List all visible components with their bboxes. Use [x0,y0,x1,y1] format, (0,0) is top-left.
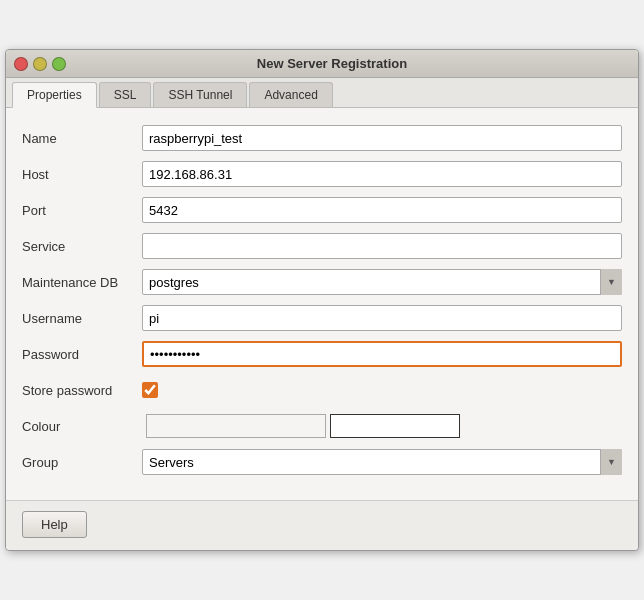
host-row: Host [22,160,622,188]
port-row: Port [22,196,622,224]
host-field-wrapper [142,161,622,187]
service-input[interactable] [142,233,622,259]
username-field-wrapper [142,305,622,331]
password-row: Password [22,340,622,368]
form-content: Name Host Port Service [6,108,638,500]
maximize-button[interactable] [52,57,66,71]
service-row: Service [22,232,622,260]
password-input[interactable] [142,341,622,367]
port-input[interactable] [142,197,622,223]
help-button[interactable]: Help [22,511,87,538]
port-label: Port [22,203,142,218]
name-field-wrapper [142,125,622,151]
maintenance-db-select[interactable]: postgres [142,269,622,295]
host-label: Host [22,167,142,182]
window-controls [14,57,66,71]
colour-label: Colour [22,419,142,434]
username-label: Username [22,311,142,326]
store-password-row: Store password [22,376,622,404]
name-input[interactable] [142,125,622,151]
button-bar: Help [6,500,638,550]
maintenance-db-row: Maintenance DB postgres [22,268,622,296]
colour-field-wrapper [142,414,622,438]
group-select-wrapper: Servers [142,449,622,475]
password-label: Password [22,347,142,362]
group-select[interactable]: Servers [142,449,622,475]
maintenance-db-label: Maintenance DB [22,275,142,290]
colour-row: Colour [22,412,622,440]
close-button[interactable] [14,57,28,71]
username-row: Username [22,304,622,332]
store-password-checkbox[interactable] [142,382,158,398]
main-window: New Server Registration Properties SSL S… [5,49,639,551]
group-row: Group Servers [22,448,622,476]
tab-ssh-tunnel[interactable]: SSH Tunnel [153,82,247,107]
group-label: Group [22,455,142,470]
store-password-label: Store password [22,383,142,398]
maintenance-db-select-wrapper: postgres [142,269,622,295]
password-field-wrapper [142,341,622,367]
host-input[interactable] [142,161,622,187]
window-title: New Server Registration [74,56,590,71]
name-row: Name [22,124,622,152]
colour-empty-area [146,414,326,438]
tab-advanced[interactable]: Advanced [249,82,332,107]
group-field-wrapper: Servers [142,449,622,475]
username-input[interactable] [142,305,622,331]
colour-preview[interactable] [330,414,460,438]
minimize-button[interactable] [33,57,47,71]
tab-properties[interactable]: Properties [12,82,97,108]
tab-bar: Properties SSL SSH Tunnel Advanced [6,78,638,108]
tab-ssl[interactable]: SSL [99,82,152,107]
name-label: Name [22,131,142,146]
service-field-wrapper [142,233,622,259]
title-bar: New Server Registration [6,50,638,78]
service-label: Service [22,239,142,254]
store-password-field-wrapper [142,382,622,398]
maintenance-db-field-wrapper: postgres [142,269,622,295]
port-field-wrapper [142,197,622,223]
